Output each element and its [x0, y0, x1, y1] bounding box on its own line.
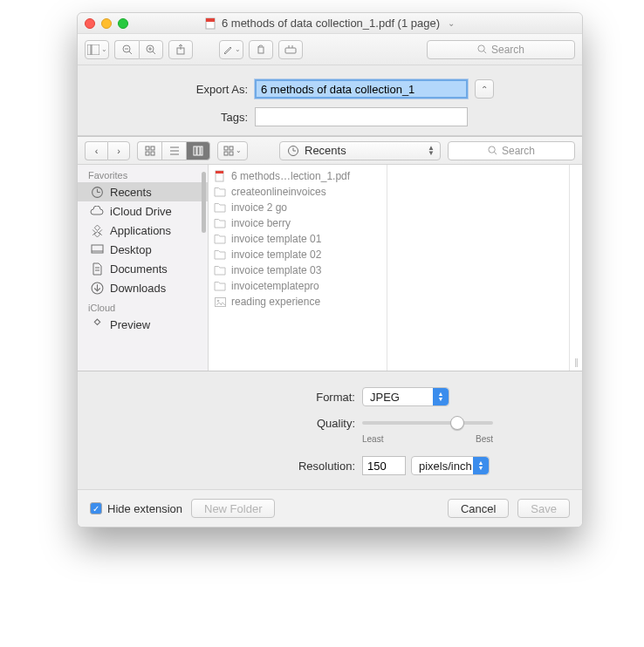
- sidebar-item-desktop[interactable]: Desktop: [78, 240, 208, 259]
- cancel-button[interactable]: Cancel: [448, 499, 509, 518]
- svg-rect-30: [230, 146, 233, 150]
- resolution-unit-popup[interactable]: pixels/inch ▲▼: [411, 456, 490, 475]
- resolution-unit-value: pixels/inch: [419, 460, 472, 473]
- sidebar-item-label: Downloads: [110, 282, 166, 295]
- desktop-icon: [90, 242, 104, 256]
- doc-icon: [90, 262, 104, 276]
- file-type-icon: [214, 217, 226, 229]
- svg-rect-0: [206, 18, 215, 29]
- forward-button[interactable]: ›: [107, 141, 130, 160]
- column-resize-handle[interactable]: ‖: [570, 165, 582, 371]
- zoom-in-button[interactable]: [139, 40, 163, 59]
- pdf-file-icon: [205, 17, 217, 30]
- sidebar-item-label: Documents: [110, 262, 168, 276]
- sidebar-item-downloads[interactable]: Downloads: [78, 278, 208, 297]
- hide-extension-checkbox[interactable]: ✓ Hide extension: [90, 502, 182, 515]
- bottom-bar: ✓ Hide extension New Folder Cancel Save: [78, 489, 582, 527]
- finder-search-field[interactable]: Search: [448, 141, 575, 160]
- file-type-icon: [214, 280, 226, 292]
- location-popup[interactable]: Recents ▲▼: [279, 141, 441, 160]
- window-title: 6 methods of data collection_1.pdf (1 pa…: [222, 17, 440, 30]
- file-item[interactable]: 6 methods…lection_1.pdf: [209, 168, 387, 184]
- format-popup[interactable]: JPEG ▲▼: [362, 387, 449, 406]
- file-item[interactable]: invoice template 01: [209, 231, 387, 247]
- view-mode-button[interactable]: ⌄: [85, 40, 109, 59]
- rotate-button[interactable]: [249, 40, 273, 59]
- sidebar-item-recents[interactable]: Recents: [78, 182, 208, 201]
- file-name: invoice 2 go: [231, 201, 287, 214]
- close-window-button[interactable]: [85, 18, 95, 29]
- sidebar-item-documents[interactable]: Documents: [78, 259, 208, 278]
- zoom-window-button[interactable]: [118, 18, 128, 29]
- svg-rect-31: [224, 152, 228, 155]
- finder-sidebar: Favorites Recents iCloud Drive Applicati…: [78, 165, 209, 371]
- zoom-out-button[interactable]: [114, 40, 139, 59]
- svg-rect-2: [87, 44, 91, 55]
- resolution-field[interactable]: [362, 456, 406, 475]
- titlebar: 6 methods of data collection_1.pdf (1 pa…: [78, 13, 582, 34]
- updown-icon: ▲▼: [473, 457, 489, 474]
- arrange-button[interactable]: ⌄: [217, 141, 248, 160]
- file-item[interactable]: invoice berry: [209, 215, 387, 231]
- title-dropdown-icon[interactable]: ⌄: [448, 18, 455, 28]
- svg-rect-21: [146, 152, 149, 155]
- file-item[interactable]: invoice template 03: [209, 262, 387, 278]
- sidebar-item-applications[interactable]: Applications: [78, 221, 208, 240]
- svg-rect-48: [216, 171, 223, 174]
- list-view-button[interactable]: [161, 141, 186, 160]
- icon-view-button[interactable]: [137, 141, 161, 160]
- file-column-2: [387, 165, 570, 371]
- markup-button[interactable]: ⌄: [219, 40, 243, 59]
- back-button[interactable]: ‹: [85, 141, 107, 160]
- export-filename-field[interactable]: [255, 79, 468, 99]
- sidebar-header-icloud: iCloud: [78, 297, 208, 315]
- format-label: Format:: [95, 391, 355, 404]
- file-browser: ‹ › ⌄ Recents ▲▼ Search Favorites: [78, 136, 582, 371]
- share-button[interactable]: [168, 40, 193, 59]
- apps-icon: [90, 317, 104, 331]
- sidebar-item-icloud-drive[interactable]: iCloud Drive: [78, 201, 208, 221]
- new-folder-button[interactable]: New Folder: [191, 499, 275, 518]
- tags-field[interactable]: [255, 107, 468, 126]
- preview-window: 6 methods of data collection_1.pdf (1 pa…: [77, 12, 583, 528]
- cloud-icon: [90, 204, 104, 218]
- sidebar-item-label: Preview: [110, 318, 150, 331]
- edit-toolbar-button[interactable]: [278, 40, 303, 59]
- clock-icon: [90, 185, 104, 199]
- document-search-field[interactable]: Search: [427, 40, 575, 59]
- file-item[interactable]: invoice template 02: [209, 247, 387, 262]
- quality-label: Quality:: [95, 417, 355, 430]
- sidebar-item-label: iCloud Drive: [110, 205, 172, 218]
- column-view-button[interactable]: [186, 141, 210, 160]
- file-item[interactable]: invoice 2 go: [209, 200, 387, 215]
- file-type-icon: [214, 264, 226, 276]
- export-sheet: Export As: ⌃ Tags:: [78, 65, 582, 136]
- file-type-icon: [214, 249, 226, 261]
- svg-line-8: [153, 51, 155, 54]
- updown-icon: ▲▼: [433, 388, 449, 405]
- svg-rect-13: [258, 47, 264, 53]
- tags-label: Tags:: [95, 111, 248, 124]
- sidebar-item-label: Recents: [110, 186, 152, 199]
- collapse-sheet-button[interactable]: ⌃: [475, 79, 494, 99]
- svg-rect-26: [194, 146, 196, 155]
- save-button[interactable]: Save: [517, 499, 570, 518]
- hide-extension-label: Hide extension: [107, 502, 182, 515]
- svg-rect-14: [285, 48, 296, 53]
- export-as-label: Export As:: [95, 83, 248, 96]
- file-item[interactable]: reading experience: [209, 294, 387, 310]
- quality-slider[interactable]: [362, 415, 493, 431]
- file-name: invoice template 01: [231, 233, 321, 245]
- svg-rect-20: [151, 146, 154, 150]
- file-type-icon: [214, 233, 226, 245]
- apps-icon: [90, 223, 104, 237]
- download-icon: [90, 281, 104, 295]
- sidebar-item-preview[interactable]: Preview: [78, 315, 208, 334]
- svg-rect-28: [201, 146, 202, 155]
- svg-rect-29: [224, 146, 228, 150]
- minimize-window-button[interactable]: [101, 18, 112, 29]
- updown-icon: ▲▼: [428, 146, 435, 156]
- file-name: invoice berry: [231, 217, 291, 229]
- file-item[interactable]: invoicetemplatepro: [209, 278, 387, 294]
- file-item[interactable]: createonlineinvoices: [209, 184, 387, 200]
